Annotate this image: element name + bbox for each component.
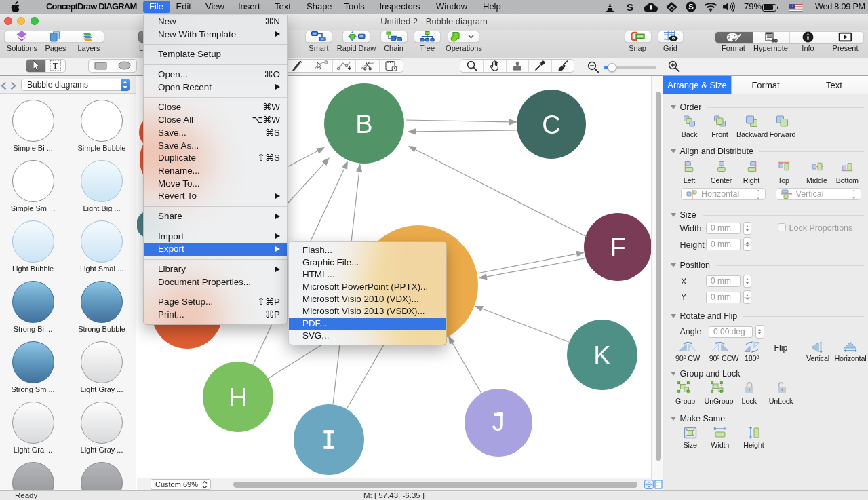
- connector-line[interactable]: [406, 120, 509, 122]
- shape-item-simple-bubble[interactable]: Simple Bubble: [70, 100, 134, 142]
- connector-line[interactable]: [452, 343, 481, 393]
- file-menu-item-share[interactable]: Share: [144, 210, 287, 223]
- file-menu-item-save-as[interactable]: Save As...: [144, 140, 287, 153]
- menubar-item-shape[interactable]: Shape: [307, 0, 332, 14]
- bubble-label-H[interactable]: H: [229, 383, 247, 412]
- format-button[interactable]: [715, 32, 753, 43]
- make-same-height-button[interactable]: [748, 427, 760, 439]
- snap-button[interactable]: [625, 31, 652, 43]
- connector-line[interactable]: [487, 258, 585, 277]
- connector-arrowhead[interactable]: [356, 164, 362, 172]
- bubble-label-K[interactable]: K: [593, 341, 610, 370]
- shape-item-light-gray[interactable]: Light Gray ...: [70, 341, 134, 383]
- align-center-button[interactable]: [715, 161, 727, 172]
- make-same-section-header[interactable]: Make Same: [680, 415, 726, 423]
- tab-text[interactable]: Text: [800, 76, 868, 94]
- polyline-tool[interactable]: [332, 60, 356, 72]
- file-menu-item-import[interactable]: Import: [144, 231, 287, 244]
- height-field[interactable]: 0 mm: [706, 239, 741, 250]
- canvas-zoom-control[interactable]: Custom 69%: [151, 479, 211, 490]
- cursor-tool[interactable]: [26, 60, 45, 72]
- zoom-slider-knob[interactable]: [608, 63, 616, 72]
- shape-item-light-smal[interactable]: Light Smal ...: [70, 220, 134, 263]
- connector-arrowhead[interactable]: [448, 336, 455, 345]
- chevron-left-icon[interactable]: [1, 81, 7, 93]
- connector-arrowhead[interactable]: [475, 306, 484, 312]
- connector-arrowhead[interactable]: [342, 161, 348, 170]
- angle-field[interactable]: 0.00 deg: [709, 326, 753, 338]
- app-menu-name[interactable]: ConceptDraw DIAGRAM: [46, 0, 136, 14]
- menubar-clock[interactable]: Wed 8:09 PM: [815, 0, 865, 14]
- shape-item-simple-bi[interactable]: Simple Bi ...: [1, 100, 65, 142]
- file-menu-item-close[interactable]: Close⌘W: [144, 101, 287, 114]
- export-submenu-item-microsoft-visio-2013-vsdx[interactable]: Microsoft Visio 2013 (VSDX)...: [289, 305, 446, 318]
- chevron-right-icon[interactable]: [10, 81, 16, 93]
- wifi-icon[interactable]: [704, 2, 717, 14]
- notebook-tool[interactable]: [379, 60, 403, 72]
- rotate-90-ccw-button[interactable]: [711, 341, 730, 353]
- group-lock-button[interactable]: [744, 381, 754, 393]
- grid-button[interactable]: [658, 31, 684, 43]
- shape-item-light-bubble[interactable]: Light Bubble: [1, 220, 65, 263]
- width-field-stepper[interactable]: [743, 222, 752, 235]
- smart-button[interactable]: [305, 31, 332, 43]
- distribute-vertical-dropdown[interactable]: Vertical⌃⌄: [776, 188, 861, 200]
- shape-item-strong-sm[interactable]: Strong Sm ...: [1, 341, 65, 383]
- connector-arrowhead[interactable]: [408, 146, 417, 153]
- hand-tool[interactable]: [483, 60, 505, 72]
- bubble-label-C[interactable]: C: [542, 111, 560, 139]
- align-middle-button[interactable]: [811, 161, 823, 172]
- x-field[interactable]: 0 mm: [706, 275, 741, 287]
- tree-button[interactable]: [414, 31, 441, 43]
- distribute-horizontal-dropdown[interactable]: Horizontal⌃⌄: [681, 188, 766, 200]
- connector-line[interactable]: [416, 130, 517, 132]
- height-field-stepper[interactable]: [743, 237, 752, 251]
- menubar-item-window[interactable]: Window: [436, 0, 467, 14]
- horizontal-scrollbar[interactable]: [233, 482, 637, 488]
- align-right-button[interactable]: [746, 161, 757, 172]
- file-menu-item-revert-to[interactable]: Revert To: [144, 190, 287, 203]
- order-backward-button[interactable]: [746, 115, 759, 128]
- file-menu-item-page-setup[interactable]: Page Setup...⇧⌘P: [144, 296, 287, 309]
- library-popup[interactable]: Bubble diagrams: [21, 79, 130, 91]
- export-submenu-item-microsoft-visio-2010-vdx[interactable]: Microsoft Visio 2010 (VDX)...: [289, 293, 446, 305]
- file-menu-item-export[interactable]: Export: [144, 243, 287, 256]
- bubble-label-J-serif[interactable]: [494, 413, 503, 416]
- menubar-item-insert[interactable]: Insert: [238, 0, 260, 14]
- volume-icon[interactable]: [723, 2, 736, 14]
- order-front-button[interactable]: [713, 115, 726, 128]
- split-tool[interactable]: [355, 60, 379, 72]
- ellipse-tool-tool[interactable]: [113, 60, 136, 72]
- file-menu-item-document-properties[interactable]: Document Properties...: [144, 276, 287, 289]
- connector-line[interactable]: [416, 149, 587, 237]
- align-bottom-button[interactable]: [842, 161, 853, 172]
- file-menu-item-new[interactable]: New⌘N: [144, 16, 287, 28]
- hypernote-button[interactable]: [753, 32, 790, 43]
- menubar-item-tools[interactable]: Tools: [344, 0, 365, 14]
- angle-field-stepper[interactable]: [755, 325, 764, 339]
- group-and-lock-section-header[interactable]: Group and Lock: [680, 370, 741, 379]
- present-button[interactable]: [827, 32, 864, 43]
- menubar-item-inspectors[interactable]: Inspectors: [380, 0, 420, 14]
- skype-icon[interactable]: S: [686, 1, 696, 15]
- export-submenu-item-flash[interactable]: Flash...: [289, 244, 446, 256]
- file-menu-item-rename[interactable]: Rename...: [144, 165, 287, 178]
- zoom-out-icon[interactable]: [587, 61, 599, 76]
- bubble-label-J[interactable]: J: [492, 408, 505, 436]
- rapid-draw-button[interactable]: [342, 31, 370, 43]
- position-section-header[interactable]: Position: [680, 261, 710, 270]
- align-left-button[interactable]: [684, 161, 695, 172]
- rotate-90-cw-button[interactable]: [678, 341, 697, 353]
- bubble-label-F[interactable]: F: [610, 233, 625, 262]
- export-submenu-item-microsoft-powerpoint-pptx[interactable]: Microsoft PowerPoint (PPTX)...: [289, 281, 446, 293]
- make-same-width-button[interactable]: [713, 427, 727, 439]
- brush-tool[interactable]: [551, 60, 574, 72]
- stamp-tool[interactable]: [506, 60, 528, 72]
- file-menu-item-duplicate[interactable]: Duplicate⇧⌘S: [144, 152, 287, 165]
- connector-line[interactable]: [347, 343, 384, 409]
- order-section-header[interactable]: Order: [680, 103, 702, 112]
- info-button[interactable]: [789, 32, 827, 43]
- lock-proportions-checkbox[interactable]: [778, 223, 786, 231]
- file-menu-item-new-with-template[interactable]: New With Template: [144, 28, 287, 41]
- shape-item-simple-sm[interactable]: Simple Sm ...: [1, 160, 65, 202]
